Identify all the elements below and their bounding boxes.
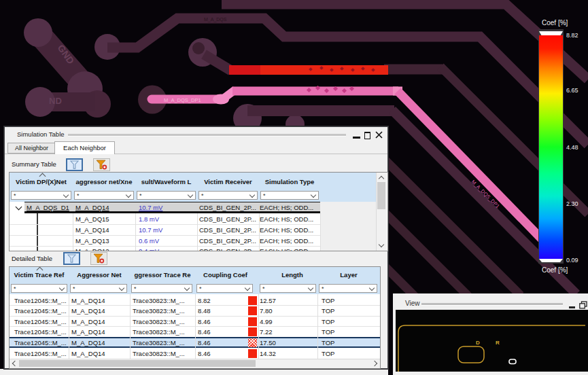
svg-text:Coef [%]: Coef [%] bbox=[542, 19, 568, 26]
svg-text:8.82: 8.82 bbox=[566, 32, 578, 39]
svg-text:0.09: 0.09 bbox=[566, 257, 578, 264]
svg-text:ND: ND bbox=[49, 96, 62, 106]
svg-text:6.65: 6.65 bbox=[566, 87, 578, 94]
svg-text:Coef [%]: Coef [%] bbox=[542, 266, 568, 274]
svg-text:D: D bbox=[476, 340, 480, 346]
svg-text:R: R bbox=[496, 340, 500, 346]
svg-text:2.30: 2.30 bbox=[566, 200, 578, 207]
svg-text:4.48: 4.48 bbox=[566, 144, 578, 151]
svg-text:M_A_DQS_DP1: M_A_DQS_DP1 bbox=[164, 97, 201, 103]
svg-text:M_A_DQS: M_A_DQS bbox=[204, 17, 227, 22]
